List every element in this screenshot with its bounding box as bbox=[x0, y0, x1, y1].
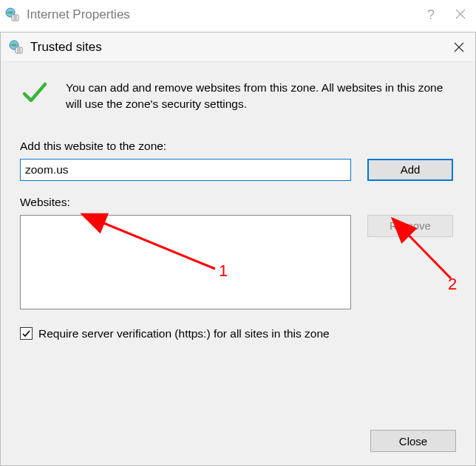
require-https-checkbox[interactable] bbox=[20, 327, 33, 340]
parent-close-button[interactable] bbox=[455, 7, 466, 23]
internet-options-icon bbox=[4, 7, 21, 23]
parent-title: Internet Properties bbox=[27, 7, 427, 22]
websites-listbox[interactable] bbox=[20, 215, 351, 309]
add-button[interactable]: Add bbox=[367, 159, 453, 181]
dialog-close-button[interactable] bbox=[450, 38, 468, 56]
dialog-titlebar: Trusted sites bbox=[1, 32, 475, 62]
internet-properties-window: Internet Properties ? Trusted sites bbox=[0, 0, 476, 466]
require-https-label: Require server verification (https:) for… bbox=[38, 327, 330, 340]
trusted-sites-dialog: Trusted sites You can add and remove web… bbox=[0, 32, 476, 466]
close-button[interactable]: Close bbox=[370, 430, 456, 452]
trusted-sites-icon bbox=[8, 39, 24, 55]
dialog-title: Trusted sites bbox=[30, 40, 450, 55]
annotation-2: 2 bbox=[448, 275, 457, 294]
website-input[interactable] bbox=[20, 159, 351, 181]
info-text: You can add and remove websites from thi… bbox=[66, 78, 456, 113]
remove-button: Remove bbox=[367, 215, 453, 237]
checkmark-icon bbox=[20, 78, 50, 108]
parent-titlebar: Internet Properties ? bbox=[0, 0, 476, 30]
websites-label: Websites: bbox=[20, 196, 456, 209]
annotation-1: 1 bbox=[219, 261, 228, 281]
help-button[interactable]: ? bbox=[427, 7, 435, 23]
add-website-label: Add this website to the zone: bbox=[20, 140, 456, 153]
dialog-body: You can add and remove websites from thi… bbox=[1, 62, 475, 465]
